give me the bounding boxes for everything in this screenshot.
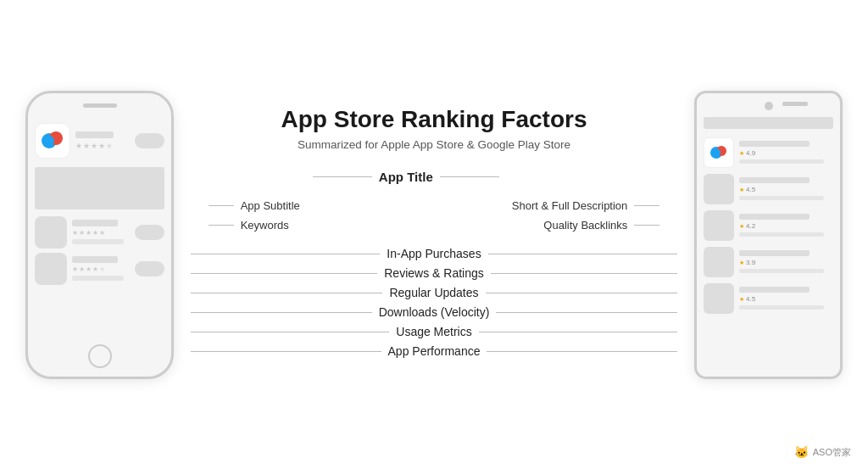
iphone-home-button (88, 344, 112, 368)
right-factors: Short & Full Description Quality Backlin… (499, 170, 660, 238)
app-icon-1 (35, 216, 67, 248)
android-info-1: ★ 4.5 (739, 177, 833, 200)
iphone-mockup: ★ ★ ★ ★ ★ ★ ★ (25, 91, 174, 379)
watermark: 🐱 ASO管家 (794, 445, 851, 459)
center-content: App Store Ranking Factors Summarized for… (174, 105, 694, 365)
line-left-iap (191, 254, 380, 254)
svg-point-5 (712, 148, 721, 157)
line-right-downloads (496, 312, 677, 313)
app-title-center: App Title (313, 170, 499, 189)
android-info-3: ★ 3.9 (739, 250, 833, 273)
line-right-perf (487, 351, 677, 352)
regular-updates-label: Regular Updates (382, 286, 485, 299)
featured-app-info: ★ ★ ★ ★ ★ (75, 131, 130, 150)
app-performance-row: App Performance (191, 344, 677, 358)
left-factors: App Subtitle Keywords (209, 170, 313, 238)
line-keywords (209, 225, 234, 226)
keywords-factor: Keywords (209, 219, 289, 232)
in-app-purchases-row: In-App Purchases (191, 247, 677, 260)
app-list-item-2: ★ ★ ★ ★ ★ (35, 253, 164, 285)
app-info-1: ★ ★ ★ ★ ★ (72, 220, 130, 244)
featured-stars: ★ ★ ★ ★ ★ (75, 142, 130, 150)
android-speaker (782, 102, 808, 106)
android-name-bar-1 (739, 177, 810, 183)
line-desc (634, 205, 659, 206)
watermark-icon: 🐱 (794, 445, 809, 459)
android-desc-bar-0 (739, 159, 824, 164)
line-right-usage (479, 332, 677, 332)
android-list-item-0: ★ 4.9 (704, 137, 833, 168)
line-subtitle (209, 205, 234, 206)
android-name-bar-0 (739, 141, 810, 147)
app-name-bar-2 (72, 256, 118, 263)
app-get-btn-1[interactable] (135, 225, 164, 240)
featured-name-bar (75, 131, 114, 138)
android-list-item-4: ★ 4.5 (704, 283, 833, 314)
app-subtitle-factor: App Subtitle (209, 199, 300, 212)
short-full-desc-factor: Short & Full Description (512, 199, 660, 212)
app-name-bar-1 (72, 220, 118, 226)
line-left-reviews (191, 273, 377, 274)
iphone-wrapper: ★ ★ ★ ★ ★ ★ ★ (25, 91, 174, 379)
line-right-reviews (491, 273, 677, 274)
quality-backlinks-label: Quality Backlinks (543, 219, 627, 232)
android-camera (765, 102, 773, 110)
android-app-icon-3 (704, 247, 734, 277)
android-list-item-2: ★ 4.2 (704, 210, 833, 241)
android-rating-4: ★ 4.5 (739, 295, 833, 303)
android-rating-0: ★ 4.9 (739, 149, 833, 157)
app-get-btn-2[interactable] (135, 261, 164, 276)
app-desc-bar-2 (72, 276, 124, 281)
reviews-ratings-label: Reviews & Ratings (377, 266, 491, 280)
chat-bubble-icon (41, 129, 64, 153)
reviews-ratings-row: Reviews & Ratings (191, 266, 677, 280)
featured-get-button[interactable] (135, 133, 164, 148)
android-list-item-1: ★ 4.5 (704, 174, 833, 204)
app-screenshot-block (35, 167, 164, 209)
app-title-factor-label: App Title (372, 170, 440, 184)
app-stars-1: ★ ★ ★ ★ ★ (72, 229, 130, 237)
line-right-updates (486, 293, 677, 293)
android-name-bar-4 (739, 287, 810, 293)
iphone-speaker (83, 103, 117, 108)
android-info-2: ★ 4.2 (739, 214, 833, 237)
middle-factors-grid: In-App Purchases Reviews & Ratings Regul… (191, 247, 677, 364)
app-list-item-1: ★ ★ ★ ★ ★ (35, 216, 164, 248)
android-name-bar-2 (739, 214, 810, 220)
app-subtitle-label: App Subtitle (241, 199, 300, 212)
line-right-iap (488, 254, 677, 254)
in-app-purchases-label: In-App Purchases (380, 247, 487, 260)
android-search-bar (704, 117, 833, 129)
line-left-downloads (191, 312, 372, 313)
android-desc-bar-1 (739, 196, 824, 200)
android-info-0: ★ 4.9 (739, 141, 833, 164)
app-desc-bar-1 (72, 239, 124, 244)
android-name-bar-3 (739, 250, 810, 256)
downloads-velocity-label: Downloads (Velocity) (372, 305, 497, 319)
line-backlinks (634, 225, 659, 226)
watermark-text: ASO管家 (813, 446, 851, 459)
android-rating-2: ★ 4.2 (739, 222, 833, 230)
usage-metrics-row: Usage Metrics (191, 325, 677, 338)
android-list-item-3: ★ 3.9 (704, 247, 833, 277)
app-performance-label: App Performance (381, 344, 487, 358)
android-chat-icon (709, 143, 728, 162)
top-factors-section: App Subtitle Keywords App Title Short & (191, 170, 677, 238)
line-left-usage (191, 332, 389, 332)
svg-point-2 (44, 136, 54, 146)
app-stars-2: ★ ★ ★ ★ ★ (72, 265, 130, 273)
android-rating-1: ★ 4.5 (739, 186, 833, 193)
main-container: ★ ★ ★ ★ ★ ★ ★ (0, 0, 868, 469)
android-app-icon-1 (704, 174, 734, 204)
android-mockup: ★ 4.9 ★ 4.5 (694, 91, 843, 379)
android-app-icon-4 (704, 283, 734, 314)
android-app-icon-0 (704, 137, 734, 168)
featured-app-row: ★ ★ ★ ★ ★ (35, 123, 164, 159)
android-app-icon-2 (704, 210, 734, 241)
android-wrapper: ★ 4.9 ★ 4.5 (694, 91, 843, 379)
page-subtitle: Summarized for Apple App Store & Google … (298, 138, 570, 151)
keywords-label: Keywords (241, 219, 289, 232)
android-desc-bar-4 (739, 305, 824, 310)
android-desc-bar-2 (739, 232, 824, 237)
android-desc-bar-3 (739, 269, 824, 273)
